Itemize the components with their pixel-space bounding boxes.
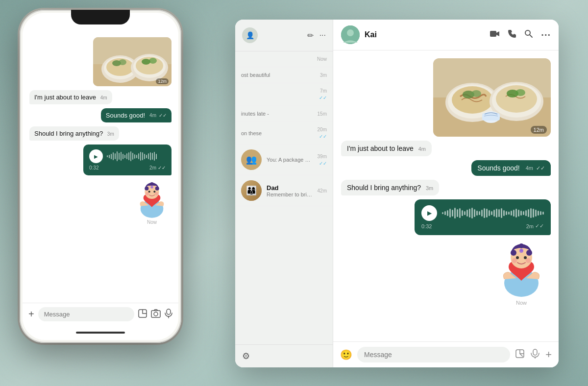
read-receipt-icon: ✓✓ bbox=[158, 165, 166, 170]
message-time: 4m bbox=[149, 113, 156, 118]
play-button[interactable]: ▶ bbox=[421, 205, 437, 221]
svg-point-44 bbox=[145, 187, 148, 191]
phone-sent-message-1: Sounds good! 4m ✓✓ bbox=[101, 108, 172, 122]
dad-chat-time: 42m bbox=[318, 188, 327, 193]
header-actions: ··· bbox=[490, 29, 551, 41]
dad-avatar: 👨‍👩‍👦 bbox=[241, 180, 262, 201]
message-text: I'm just about to leave bbox=[347, 145, 414, 152]
svg-point-23 bbox=[516, 256, 519, 259]
chat-input-area: 🙂 + bbox=[333, 341, 559, 367]
chat-time: 20m bbox=[318, 127, 327, 132]
voice-duration: 0:32 bbox=[421, 223, 432, 229]
chat-preview-text: on these bbox=[241, 130, 313, 136]
more-options-icon[interactable]: ··· bbox=[541, 29, 551, 41]
chat-header: Kai bbox=[333, 20, 559, 50]
chat-time: 39m bbox=[318, 154, 327, 159]
phone-screen: 12m I'm just about to leave 4m Sounds go… bbox=[23, 13, 178, 340]
svg-point-49 bbox=[146, 192, 149, 195]
phone-voice-footer: 0:32 2m ✓✓ bbox=[89, 165, 166, 170]
svg-point-41 bbox=[149, 58, 157, 64]
chat-list: Now ost beautiful 3m 7m ✓✓ inutes la bbox=[235, 51, 333, 344]
settings-icon[interactable]: ⚙ bbox=[242, 351, 250, 362]
list-item[interactable]: inutes late - 15m bbox=[235, 106, 333, 122]
food-image-timestamp: 12m bbox=[531, 126, 547, 134]
svg-point-45 bbox=[155, 187, 159, 191]
svg-point-22 bbox=[519, 243, 524, 248]
svg-point-40 bbox=[142, 59, 150, 65]
svg-rect-29 bbox=[533, 349, 537, 355]
phone-received-message-2: Should I bring anything? 3m bbox=[29, 126, 119, 141]
list-item[interactable]: ost beautiful 3m bbox=[235, 67, 333, 83]
svg-point-21 bbox=[526, 250, 532, 256]
chat-time: 15m bbox=[318, 111, 327, 117]
phone-voice-controls: ▶ bbox=[89, 149, 166, 163]
sticker-button[interactable] bbox=[515, 349, 525, 361]
svg-point-26 bbox=[526, 258, 531, 263]
message-time: 4m bbox=[418, 146, 426, 152]
messages-area: 12m I'm just about to leave 4m Sounds go… bbox=[333, 50, 559, 341]
read-receipt-icon: ✓✓ bbox=[319, 95, 327, 100]
phone-sticker-time: Now bbox=[147, 219, 157, 225]
svg-point-36 bbox=[119, 59, 126, 65]
svg-point-50 bbox=[155, 192, 158, 195]
search-icon[interactable] bbox=[524, 29, 533, 41]
app-sidebar: 👤 ✏ ··· Now ost beautiful 3m bbox=[235, 20, 333, 367]
message-time: 4m bbox=[100, 95, 107, 100]
svg-point-13 bbox=[496, 85, 537, 113]
read-receipt-icon: ✓✓ bbox=[159, 113, 167, 118]
svg-point-25 bbox=[512, 258, 517, 263]
svg-point-48 bbox=[153, 191, 155, 193]
read-receipt-icon: ✓✓ bbox=[319, 161, 327, 166]
message-text: I'm just about to leave bbox=[34, 94, 96, 101]
svg-point-20 bbox=[511, 250, 516, 256]
phone-food-image: 12m bbox=[93, 37, 172, 86]
chat-time: 3m bbox=[320, 72, 327, 78]
phone-call-icon[interactable] bbox=[508, 29, 516, 41]
food-image: 12m bbox=[433, 58, 551, 137]
input-actions: + bbox=[515, 348, 552, 361]
phone-received-message-1: I'm just about to leave 4m bbox=[29, 90, 112, 104]
phone-play-button[interactable]: ▶ bbox=[89, 149, 103, 163]
voice-message: ▶ 0:32 2m ✓✓ bbox=[415, 199, 551, 235]
list-item[interactable]: Now bbox=[235, 51, 333, 67]
chat-preview-text: ost beautiful bbox=[241, 72, 315, 78]
phone-messages: 12m I'm just about to leave 4m Sounds go… bbox=[23, 13, 178, 303]
phone-add-button[interactable]: + bbox=[28, 309, 34, 320]
phone-mic-icon[interactable] bbox=[165, 309, 172, 320]
svg-point-1 bbox=[347, 29, 354, 36]
phone-food-image-time: 12m bbox=[156, 78, 169, 84]
list-item[interactable]: 👥 You: A package did come but I'm not su… bbox=[235, 145, 333, 175]
phone-voice-time: 2m ✓✓ bbox=[149, 165, 166, 170]
chat-time: 7m bbox=[320, 88, 327, 94]
svg-point-54 bbox=[154, 312, 158, 316]
phone-camera-icon[interactable] bbox=[151, 309, 161, 320]
message-text: Sounds good! bbox=[106, 112, 145, 119]
phone-voice-message: ▶ 0:32 2m ✓✓ bbox=[83, 145, 172, 175]
compose-icon[interactable]: ✏ bbox=[307, 31, 314, 40]
message-input[interactable] bbox=[357, 347, 510, 362]
list-item-dad[interactable]: 👨‍👩‍👦 Dad Remember to bring a hat and an… bbox=[235, 175, 333, 206]
more-menu-icon[interactable]: ··· bbox=[319, 31, 326, 40]
list-item[interactable]: on these 20m ✓✓ bbox=[235, 122, 333, 145]
phone-notch bbox=[71, 10, 130, 24]
emoji-button[interactable]: 🙂 bbox=[340, 349, 352, 361]
svg-point-46 bbox=[150, 182, 154, 186]
svg-point-47 bbox=[148, 191, 150, 193]
svg-point-24 bbox=[524, 256, 527, 259]
sidebar-header: 👤 ✏ ··· bbox=[235, 20, 333, 51]
read-receipt-icon: ✓✓ bbox=[536, 165, 545, 171]
phone-sticker-icon[interactable] bbox=[138, 309, 147, 320]
dad-chat-name: Dad bbox=[267, 184, 313, 192]
phone-message-input[interactable] bbox=[38, 307, 134, 321]
list-item[interactable]: 7m ✓✓ bbox=[235, 83, 333, 106]
mic-button[interactable] bbox=[531, 349, 539, 361]
user-avatar-sidebar[interactable]: 👤 bbox=[242, 27, 258, 43]
message-text: Should I bring anything? bbox=[34, 130, 103, 137]
food-image-message: 12m bbox=[433, 58, 551, 137]
phone-input-icons bbox=[138, 309, 172, 320]
sticker-message: Now bbox=[492, 239, 551, 306]
add-button[interactable]: + bbox=[545, 348, 552, 361]
video-call-icon[interactable] bbox=[490, 30, 500, 40]
svg-point-15 bbox=[515, 89, 525, 96]
read-receipt-icon: ✓✓ bbox=[319, 134, 327, 139]
